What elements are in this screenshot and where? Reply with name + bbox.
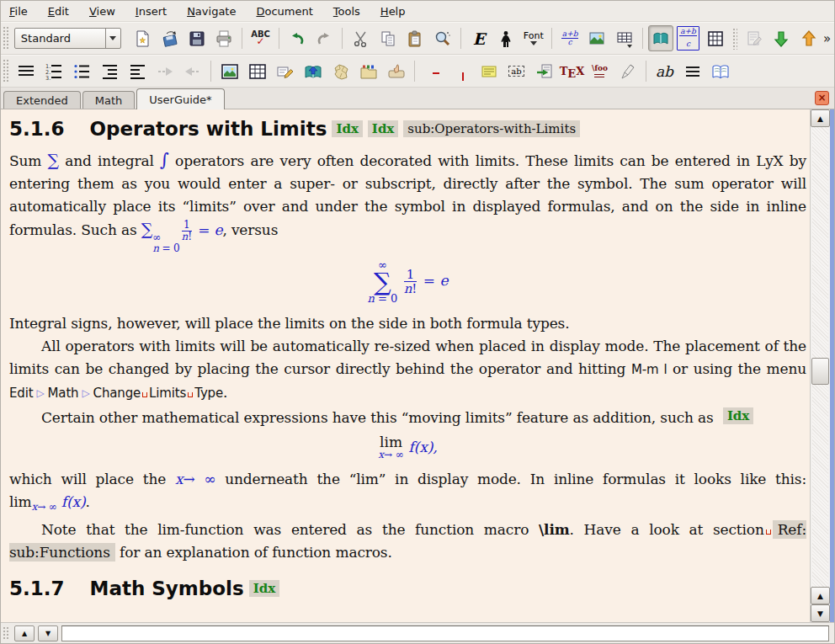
vertical-scrollbar[interactable]: ▲ ▲ ▼ — [810, 109, 830, 622]
math-mode-button[interactable]: a+bc — [557, 25, 582, 51]
tab-userguide[interactable]: UserGuide* — [136, 88, 224, 109]
open-book-button[interactable] — [707, 58, 733, 84]
go-up-button[interactable] — [796, 25, 822, 51]
history-down-button[interactable]: ▼ — [38, 625, 58, 641]
label-inset[interactable]: sub:Operators-with-Limits — [403, 120, 580, 137]
menu-help[interactable]: Help — [380, 5, 406, 18]
math-macro-button[interactable]: \foo — [587, 58, 613, 84]
tab-label: Math — [95, 94, 123, 107]
index-inset[interactable]: Idx — [368, 120, 398, 137]
menu-document[interactable]: Document — [256, 5, 312, 18]
search-icon — [433, 29, 452, 48]
command-bar: ▲ ▼ — [1, 622, 834, 643]
bullet-list-button[interactable] — [68, 58, 94, 84]
noun-button[interactable] — [493, 25, 519, 51]
char-ab-button[interactable]: ab — [652, 58, 678, 84]
toolbar-drag-handle[interactable] — [3, 626, 8, 640]
toolbar-overflow-chevron[interactable]: » — [823, 31, 831, 46]
decrease-depth-button[interactable] — [124, 58, 150, 84]
cut-button[interactable] — [348, 25, 373, 51]
numbered-list-button[interactable]: 1.2.3. — [40, 58, 66, 84]
table-settings-button[interactable] — [703, 25, 728, 51]
include-file-button[interactable] — [531, 58, 557, 84]
toolbar-separator — [460, 28, 461, 49]
copy-button[interactable] — [375, 25, 401, 51]
insert-toc-button[interactable] — [300, 58, 326, 84]
close-tab-button[interactable]: × — [815, 91, 829, 105]
insert-graphics-button[interactable] — [584, 25, 609, 51]
insert-label-button[interactable] — [272, 58, 298, 84]
menu-path-arrow-icon: ▷ — [78, 387, 93, 399]
menu-view[interactable]: View — [89, 5, 115, 18]
index-inset[interactable]: Idx — [723, 407, 753, 424]
increase-depth-button[interactable] — [96, 58, 122, 84]
command-buffer-input[interactable] — [61, 625, 829, 641]
emphasis-button[interactable]: E — [466, 25, 492, 51]
insert-footnote-button[interactable] — [420, 58, 446, 84]
inline-lim-formula[interactable]: limx→ ∞ f(x) — [9, 493, 85, 510]
paste-button[interactable] — [402, 25, 428, 51]
image-icon — [588, 29, 606, 48]
tab-bar: Extended Math UserGuide* × — [1, 88, 834, 109]
menu-accel: D — [256, 5, 264, 18]
paragraph-lines-button[interactable] — [13, 58, 39, 84]
insert-note-button[interactable] — [476, 58, 502, 84]
menu-edit[interactable]: Edit — [48, 5, 69, 18]
scroll-up-button[interactable]: ▲ — [811, 109, 830, 127]
insert-scrap-button[interactable] — [327, 58, 354, 84]
insert-figure-float-button[interactable] — [216, 58, 242, 84]
document-content[interactable]: 5.1.6Operators with LimitsIdxIdxsub:Oper… — [1, 109, 808, 622]
sum-symbol[interactable]: ∑ — [48, 151, 59, 169]
insert-table-button[interactable] — [612, 25, 637, 51]
menu-bar: File Edit View Insert Navigate Document … — [1, 1, 834, 22]
insert-table-float-button[interactable] — [244, 58, 270, 84]
new-document-button[interactable] — [130, 25, 155, 51]
spellcheck-button[interactable]: ABC✓ — [247, 25, 273, 51]
tab-math[interactable]: Math — [82, 91, 136, 109]
inline-sum-formula[interactable]: ∑∞n = 01n! = e — [141, 221, 223, 238]
insert-marginnote-button[interactable] — [448, 58, 474, 84]
scrollbar-track[interactable] — [812, 127, 828, 587]
scroll-up-button-bottom[interactable]: ▲ — [811, 587, 830, 604]
index-inset[interactable]: Idx — [249, 580, 279, 597]
find-replace-button[interactable] — [430, 25, 455, 51]
undo-button[interactable] — [285, 25, 310, 51]
history-up-button[interactable]: ▲ — [14, 625, 35, 641]
integral-symbol[interactable]: ∫ — [160, 150, 169, 170]
display-formula-lim[interactable]: limx→ ∞ f(x), — [9, 435, 806, 460]
tab-extended[interactable]: Extended — [3, 91, 81, 109]
move-right-button[interactable] — [152, 58, 178, 84]
menu-tools[interactable]: Tools — [333, 5, 360, 18]
toolbar-separator — [414, 61, 415, 82]
go-down-button[interactable] — [769, 25, 794, 51]
scrollbar-thumb[interactable] — [811, 358, 829, 385]
style-selector-dropdown[interactable] — [105, 29, 120, 48]
insert-pen-button[interactable] — [614, 58, 641, 84]
insert-file-button[interactable] — [355, 58, 381, 84]
redo-button[interactable] — [311, 25, 337, 51]
table-of-contents-button[interactable] — [648, 25, 673, 51]
insert-url-button[interactable] — [383, 58, 409, 84]
menu-file[interactable]: File — [9, 5, 28, 18]
print-document-button[interactable] — [211, 25, 237, 51]
menu-insert[interactable]: Insert — [136, 5, 167, 18]
math-panel-button[interactable]: a+bc — [675, 25, 700, 51]
charstyle-button[interactable]: ab — [503, 58, 529, 84]
insert-tex-button[interactable]: TEX — [559, 58, 585, 84]
scroll-down-button[interactable]: ▼ — [811, 604, 830, 622]
lines-button[interactable] — [679, 58, 705, 84]
font-button[interactable]: Font — [521, 25, 546, 51]
open-document-button[interactable] — [157, 25, 182, 51]
toolbar-drag-handle[interactable] — [3, 26, 8, 51]
menu-navigate[interactable]: Navigate — [187, 5, 236, 18]
index-inset[interactable]: Idx — [332, 120, 362, 137]
save-document-button[interactable] — [184, 25, 210, 51]
undo-icon — [288, 29, 306, 48]
toolbar-drag-handle[interactable] — [3, 59, 8, 83]
move-left-button[interactable] — [179, 58, 205, 84]
paragraph-style-selector[interactable]: Standard — [14, 28, 121, 49]
preview-source-button[interactable] — [742, 25, 767, 51]
inline-math[interactable]: x→ ∞ — [175, 471, 215, 487]
display-formula-sum[interactable]: ∞∑n = 0 1n! = e — [9, 259, 806, 304]
lines-icon — [19, 66, 34, 77]
